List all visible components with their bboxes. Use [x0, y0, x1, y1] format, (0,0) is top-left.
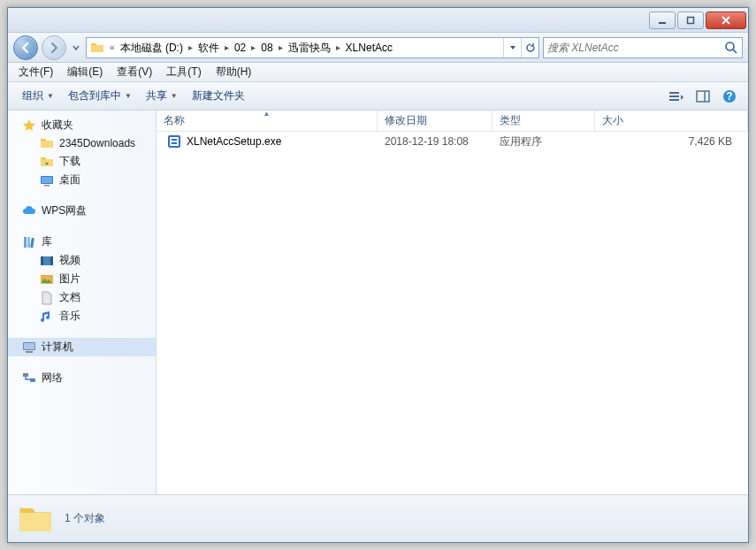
- preview-pane-button[interactable]: [691, 87, 714, 106]
- sidebar-item-2345downloads[interactable]: 2345Downloads: [8, 134, 156, 152]
- svg-rect-24: [24, 343, 34, 349]
- favorites-header[interactable]: 收藏夹: [8, 116, 156, 134]
- sidebar-item-downloads[interactable]: 下载: [8, 152, 156, 171]
- breadcrumb-item[interactable]: XLNetAcc: [342, 38, 396, 57]
- menubar: 文件(F) 编辑(E) 查看(V) 工具(T) 帮助(H): [8, 63, 748, 82]
- svg-rect-18: [30, 237, 34, 247]
- sidebar-item-music[interactable]: 音乐: [8, 307, 156, 325]
- menu-view[interactable]: 查看(V): [110, 63, 159, 81]
- nav-label: 文档: [59, 290, 80, 305]
- address-dropdown[interactable]: [503, 38, 521, 57]
- column-headers: 名称 ▲ 修改日期 类型 大小: [157, 111, 748, 132]
- sort-ascending-icon: ▲: [263, 111, 271, 118]
- sidebar-item-desktop[interactable]: 桌面: [8, 171, 156, 189]
- exe-icon: [167, 134, 181, 149]
- nav-label: 2345Downloads: [59, 137, 135, 149]
- chevron-right-icon[interactable]: ▸: [334, 42, 342, 52]
- toolbar: 组织▼ 包含到库中▼ 共享▼ 新建文件夹 ?: [8, 82, 748, 111]
- nav-history-dropdown[interactable]: [70, 37, 82, 58]
- titlebar[interactable]: [8, 8, 748, 33]
- new-folder-button[interactable]: 新建文件夹: [185, 85, 252, 107]
- star-icon: [22, 118, 36, 133]
- column-size[interactable]: 大小: [595, 111, 748, 131]
- nav-label: 收藏夹: [42, 118, 73, 133]
- minimize-button[interactable]: [649, 11, 676, 29]
- svg-line-5: [733, 50, 737, 53]
- refresh-button[interactable]: [521, 38, 538, 57]
- help-button[interactable]: ?: [718, 87, 741, 106]
- navigation-pane[interactable]: 收藏夹 2345Downloads 下载 桌面: [8, 111, 157, 494]
- explorer-window: « 本地磁盘 (D:)▸ 软件▸ 02▸ 08▸ 迅雷快鸟▸ XLNetAcc …: [7, 7, 749, 543]
- column-date[interactable]: 修改日期: [378, 111, 493, 131]
- svg-rect-9: [697, 91, 709, 102]
- wps-header[interactable]: WPS网盘: [8, 202, 156, 220]
- share-button[interactable]: 共享▼: [139, 85, 185, 107]
- file-date: 2018-12-19 18:08: [378, 135, 493, 148]
- sidebar-item-videos[interactable]: 视频: [8, 251, 156, 270]
- svg-rect-7: [669, 95, 679, 97]
- breadcrumb-prefix[interactable]: «: [108, 42, 117, 52]
- nav-label: 视频: [59, 253, 80, 268]
- network-header[interactable]: 网络: [8, 369, 156, 387]
- body: 收藏夹 2345Downloads 下载 桌面: [8, 111, 748, 494]
- folder-icon: [90, 41, 104, 55]
- menu-tools[interactable]: 工具(T): [159, 63, 208, 81]
- file-name: XLNetAccSetup.exe: [187, 135, 281, 148]
- breadcrumbs: « 本地磁盘 (D:)▸ 软件▸ 02▸ 08▸ 迅雷快鸟▸ XLNetAcc: [108, 38, 396, 57]
- file-pane: 名称 ▲ 修改日期 类型 大小 XLNetAccSetup.exe 2018-1…: [157, 111, 748, 494]
- chevron-right-icon[interactable]: ▸: [249, 42, 257, 52]
- sidebar-item-pictures[interactable]: 图片: [8, 270, 156, 288]
- file-size: 7,426 KB: [595, 135, 748, 148]
- breadcrumb-item[interactable]: 软件: [195, 38, 223, 57]
- breadcrumb-item[interactable]: 02: [231, 38, 249, 57]
- search-box[interactable]: [543, 37, 743, 58]
- back-button[interactable]: [13, 35, 38, 60]
- svg-point-4: [726, 42, 734, 50]
- nav-label: 计算机: [42, 340, 73, 355]
- organize-button[interactable]: 组织▼: [15, 85, 61, 107]
- document-icon: [40, 291, 54, 305]
- search-input[interactable]: [547, 42, 724, 54]
- libraries-header[interactable]: 库: [8, 233, 156, 251]
- svg-rect-26: [23, 373, 28, 377]
- nav-label: 网络: [42, 370, 63, 386]
- menu-edit[interactable]: 编辑(E): [60, 63, 110, 81]
- svg-rect-17: [27, 237, 30, 248]
- include-in-library-button[interactable]: 包含到库中▼: [61, 85, 139, 107]
- picture-icon: [40, 272, 54, 286]
- file-row[interactable]: XLNetAccSetup.exe 2018-12-19 18:08 应用程序 …: [157, 132, 748, 151]
- nav-label: 音乐: [59, 309, 80, 324]
- column-name[interactable]: 名称 ▲: [157, 111, 378, 131]
- item-count: 1 个对象: [65, 511, 105, 526]
- sidebar-item-documents[interactable]: 文档: [8, 288, 156, 307]
- computer-header[interactable]: 计算机: [8, 338, 156, 356]
- breadcrumb-item[interactable]: 本地磁盘 (D:): [117, 38, 187, 57]
- menu-file[interactable]: 文件(F): [11, 63, 60, 81]
- maximize-button[interactable]: [677, 11, 704, 29]
- chevron-right-icon[interactable]: ▸: [187, 42, 195, 52]
- forward-button[interactable]: [42, 35, 66, 60]
- breadcrumb-item[interactable]: 08: [257, 38, 276, 57]
- svg-rect-8: [669, 99, 679, 101]
- breadcrumb-item[interactable]: 迅雷快鸟: [285, 38, 334, 57]
- chevron-right-icon[interactable]: ▸: [277, 42, 285, 52]
- svg-text:?: ?: [726, 90, 732, 103]
- svg-rect-1: [688, 17, 694, 23]
- video-icon: [40, 254, 54, 268]
- svg-rect-14: [42, 177, 52, 183]
- view-options-button[interactable]: [665, 87, 688, 106]
- svg-rect-29: [170, 137, 179, 146]
- close-button[interactable]: [706, 11, 746, 29]
- menu-help[interactable]: 帮助(H): [209, 63, 259, 81]
- nav-label: 下载: [59, 154, 80, 169]
- chevron-right-icon[interactable]: ▸: [223, 42, 231, 52]
- desktop-icon: [40, 173, 54, 187]
- svg-rect-21: [50, 256, 53, 265]
- computer-icon: [22, 340, 36, 355]
- cloud-icon: [22, 204, 36, 218]
- column-type[interactable]: 类型: [493, 111, 595, 131]
- address-bar[interactable]: « 本地磁盘 (D:)▸ 软件▸ 02▸ 08▸ 迅雷快鸟▸ XLNetAcc: [86, 37, 539, 58]
- search-icon[interactable]: [724, 41, 738, 55]
- nav-label: WPS网盘: [42, 203, 87, 218]
- folder-icon: [40, 136, 54, 150]
